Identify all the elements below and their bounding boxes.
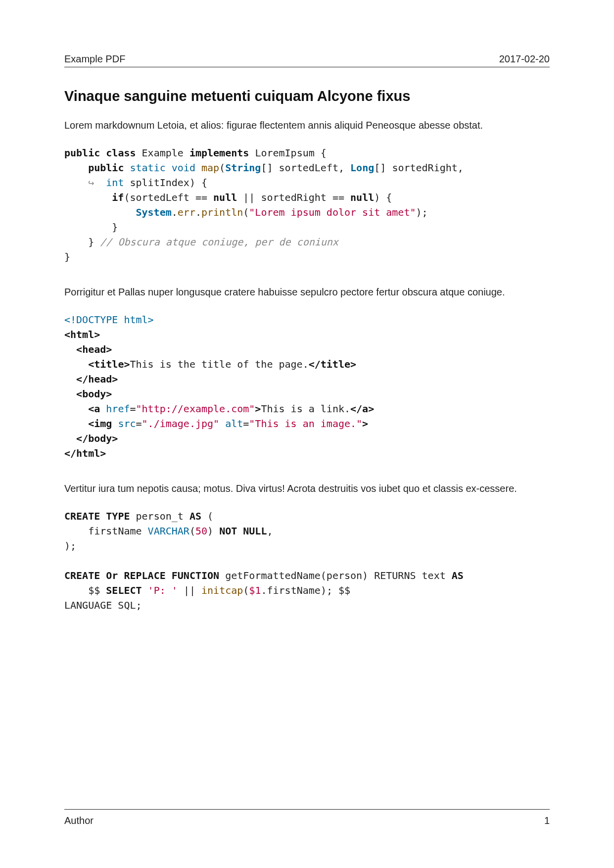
dot-sql: . xyxy=(261,584,267,596)
kw-class: class xyxy=(106,147,136,159)
footer-divider xyxy=(64,809,550,810)
language-sql: LANGUAGE SQL; xyxy=(64,599,142,611)
ident-sortedright: sortedRight xyxy=(392,162,457,174)
ident-sortedright-2: sortedRight xyxy=(261,192,326,203)
ident-person: person xyxy=(327,570,362,581)
kw-public: public xyxy=(64,147,100,159)
kw-create-1: CREATE xyxy=(64,510,100,522)
tag-a-close: </a> xyxy=(350,403,374,415)
ident-firstname-2: firstName xyxy=(267,584,321,596)
attr-href-val: "http://example.com" xyxy=(136,403,255,415)
dot-1: . xyxy=(172,206,178,218)
tag-html-close: </html> xyxy=(64,447,106,459)
fn-map: map xyxy=(201,162,219,174)
brace-close-2: } xyxy=(88,236,94,248)
tag-a-open: <a xyxy=(88,403,100,415)
op-or: || xyxy=(243,192,255,203)
rparen-2: ) xyxy=(374,192,380,203)
ident-getformattedname: getFormattedName xyxy=(225,570,321,581)
eq-2: = xyxy=(136,418,142,430)
fn-initcap: initcap xyxy=(201,584,243,596)
kw-create-2: CREATE xyxy=(64,570,100,581)
tag-head-open: <head> xyxy=(76,343,112,355)
kw-void: void xyxy=(172,162,195,174)
kw-static: static xyxy=(130,162,165,174)
page-footer: Author 1 xyxy=(64,815,550,826)
attr-alt-val: "This is an image." xyxy=(249,418,362,430)
ident-text: text xyxy=(422,570,446,581)
kw-returns: RETURNS xyxy=(374,570,416,581)
eq-3: = xyxy=(243,418,249,430)
page-header: Example PDF 2017-02-20 xyxy=(64,53,550,67)
type-string: String xyxy=(225,162,261,174)
dollars-2: $$ xyxy=(338,584,350,596)
kw-select: SELECT xyxy=(106,584,142,596)
wrap-arrow-icon: ↪ xyxy=(88,177,94,189)
kw-or: Or xyxy=(106,570,118,581)
comma-2: , xyxy=(458,162,464,174)
comma-sql-1: , xyxy=(267,525,273,537)
lparen-sql-1: ( xyxy=(207,510,213,522)
header-left: Example PDF xyxy=(64,53,125,65)
comment-1: // Obscura atque coniuge, per de coniunx xyxy=(100,236,338,248)
brace-open-2: { xyxy=(201,177,207,189)
kw-null-1: null xyxy=(213,192,237,203)
str-p: 'P: ' xyxy=(148,584,178,596)
kw-notnull: NOT NULL xyxy=(219,525,267,537)
kw-as-2: AS xyxy=(452,570,464,581)
kw-public-2: public xyxy=(88,162,124,174)
op-concat: || xyxy=(184,584,195,596)
dollars-1: $$ xyxy=(88,584,100,596)
kw-int: int xyxy=(106,177,124,189)
paragraph-1: Lorem markdownum Letoia, et alios: figur… xyxy=(64,118,550,133)
kw-varchar: VARCHAR xyxy=(148,525,189,537)
comma-1: , xyxy=(338,162,344,174)
paragraph-2: Porrigitur et Pallas nuper longusque cra… xyxy=(64,285,550,299)
brace-close-3: } xyxy=(112,221,118,233)
ident-loremipsum: LoremIpsum xyxy=(255,147,314,159)
kw-implements: implements xyxy=(189,147,249,159)
tag-head-close: </head> xyxy=(76,373,118,385)
kw-if: if xyxy=(112,192,124,203)
code-block-sql: CREATE TYPE person_t AS ( firstName VARC… xyxy=(64,509,550,613)
code-block-html: <!DOCTYPE html> <html> <head> <title>Thi… xyxy=(64,312,550,461)
rparen-1: ) xyxy=(189,177,195,189)
type-long: Long xyxy=(350,162,374,174)
lparen-2: ( xyxy=(124,192,130,203)
ident-persont: person_t xyxy=(136,510,184,522)
gt-1: > xyxy=(255,403,261,415)
dot-2: . xyxy=(195,206,201,218)
kw-null-2: null xyxy=(350,192,374,203)
semi-1: ; xyxy=(422,206,428,218)
code-block-java: public class Example implements LoremIps… xyxy=(64,145,550,264)
paragraph-3: Vertitur iura tum nepotis causa; motus. … xyxy=(64,482,550,496)
ident-system: System xyxy=(136,206,172,218)
a-text: This is a link. xyxy=(261,403,350,415)
tag-title-open: <title> xyxy=(88,358,130,370)
kw-function: FUNCTION xyxy=(172,570,219,581)
fn-println: println xyxy=(201,206,243,218)
tag-img-open: <img xyxy=(88,418,112,430)
ident-splitindex: splitIndex xyxy=(130,177,189,189)
document-page: Example PDF 2017-02-20 Vinaque sanguine … xyxy=(0,0,614,868)
ident-sortedleft-2: sortedLeft xyxy=(130,192,189,203)
tag-body-open: <body> xyxy=(76,388,112,400)
brackets-1: [] xyxy=(261,162,273,174)
rparen-sql-1: ) xyxy=(64,540,70,552)
title-text: This is the title of the page. xyxy=(130,358,308,370)
tag-title-close: </title> xyxy=(309,358,356,370)
tag-body-close: </body> xyxy=(76,433,118,444)
kw-type-1: TYPE xyxy=(106,510,130,522)
brace-open: { xyxy=(321,147,327,159)
arg-1: $1 xyxy=(249,584,261,596)
eq-1: = xyxy=(130,403,136,415)
ident-firstname: firstName xyxy=(88,525,142,537)
kw-replace: REPLACE xyxy=(124,570,165,581)
doctype: <!DOCTYPE html> xyxy=(64,314,154,326)
brace-close-1: } xyxy=(64,251,70,263)
num-50: 50 xyxy=(195,525,207,537)
attr-alt: alt xyxy=(225,418,243,430)
kw-as-1: AS xyxy=(189,510,201,522)
brackets-2: [] xyxy=(374,162,386,174)
semi-sql-1: ; xyxy=(70,540,76,552)
